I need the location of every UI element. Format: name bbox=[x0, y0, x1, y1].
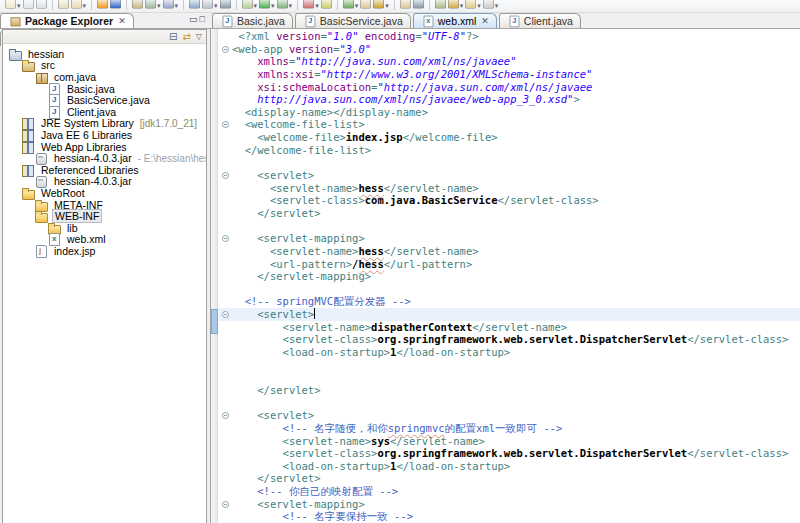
new-web-component-icon[interactable] bbox=[321, 0, 332, 9]
code-line[interactable]: <display-name></display-name> bbox=[219, 106, 800, 119]
tree-item-meta-inf[interactable]: META-INF bbox=[3, 199, 206, 211]
code-line[interactable] bbox=[219, 156, 800, 169]
tree-item-hessian-4.0.3.jar[interactable]: hessian-4.0.3.jar- E:\hessian\hessian\We… bbox=[3, 152, 206, 164]
code-line[interactable]: <!-- 名字随便，和你springmvc的配置xml一致即可 --> bbox=[219, 422, 800, 435]
code-line[interactable]: xmlns:xsi="http://www.w3.org/2001/XMLSch… bbox=[219, 68, 800, 81]
code-line[interactable]: <servlet-name>sys</servlet-name> bbox=[219, 435, 800, 448]
dropdown-caret-icon[interactable]: ▾ bbox=[355, 2, 359, 10]
refresh-icon[interactable] bbox=[189, 0, 200, 9]
code-line[interactable]: <servlet-mapping> bbox=[219, 232, 800, 245]
dropdown-caret-icon[interactable]: ▾ bbox=[214, 2, 218, 10]
code-line[interactable]: <servlet> bbox=[219, 409, 800, 422]
code-line[interactable]: <servlet> bbox=[219, 308, 800, 321]
code-line[interactable]: <welcome-file>index.jsp</welcome-file> bbox=[219, 131, 800, 144]
dropdown-caret-icon[interactable]: ▾ bbox=[271, 2, 275, 10]
tree-item-client.java[interactable]: Client.java bbox=[3, 106, 206, 118]
code-line[interactable]: <servlet-name>hess</servlet-name> bbox=[219, 245, 800, 258]
mark-occurrences-icon[interactable] bbox=[413, 0, 424, 9]
code-line[interactable]: <url-pattern>/hess</url-pattern> bbox=[219, 258, 800, 271]
dropdown-caret-icon[interactable]: ▾ bbox=[315, 2, 319, 10]
code-line[interactable] bbox=[219, 371, 800, 384]
tree-item-java ee 6 libraries[interactable]: Java EE 6 Libraries bbox=[3, 129, 206, 141]
code-line[interactable] bbox=[219, 359, 800, 372]
editor-tab-basicservice.java[interactable]: BasicService.java bbox=[295, 13, 411, 28]
save-icon[interactable] bbox=[23, 0, 34, 9]
tree-item-web-inf[interactable]: WEB-INF bbox=[3, 210, 206, 222]
code-line[interactable]: <!-- 你自己的映射配置 --> bbox=[219, 485, 800, 498]
code-line[interactable]: <servlet-class>com.java.BasicService</se… bbox=[219, 194, 800, 207]
fold-margin[interactable] bbox=[219, 232, 232, 245]
server-icon[interactable] bbox=[343, 0, 354, 9]
show-whitespace-icon[interactable] bbox=[435, 0, 446, 9]
new-interface-icon[interactable] bbox=[163, 0, 174, 9]
tree-item-hessian-4.0.3.jar[interactable]: hessian-4.0.3.jar bbox=[3, 176, 206, 188]
code-line[interactable]: <!-- 名字要保持一致 --> bbox=[219, 510, 800, 523]
dropdown-caret-icon[interactable]: ▾ bbox=[157, 2, 161, 10]
close-icon[interactable]: ✕ bbox=[481, 16, 489, 26]
code-line[interactable]: xmlns="http://java.sun.com/xml/ns/javaee… bbox=[219, 55, 800, 68]
coverage-icon[interactable] bbox=[303, 0, 314, 9]
fold-collapse-icon[interactable] bbox=[222, 46, 229, 53]
tree-item-basicservice.java[interactable]: BasicService.java bbox=[3, 94, 206, 106]
dropdown-caret-icon[interactable]: ▾ bbox=[83, 2, 87, 10]
back-history-icon[interactable] bbox=[465, 0, 476, 9]
external-tools-icon[interactable] bbox=[242, 0, 253, 9]
debug-last-icon[interactable] bbox=[97, 0, 108, 9]
collapse-all-icon[interactable]: ⊟ bbox=[169, 32, 177, 42]
code-line[interactable] bbox=[219, 220, 800, 233]
code-line[interactable]: </servlet> bbox=[219, 472, 800, 485]
new-class-icon[interactable] bbox=[145, 0, 156, 9]
code-line[interactable]: http://java.sun.com/xml/ns/javaee/web-ap… bbox=[219, 93, 800, 106]
editor-tab-web.xml[interactable]: web.xml✕ bbox=[413, 13, 497, 28]
tree-item-web app libraries[interactable]: Web App Libraries bbox=[3, 141, 206, 153]
dropdown-caret-icon[interactable]: ▾ bbox=[289, 2, 293, 10]
save-all-icon[interactable] bbox=[36, 0, 47, 9]
fold-collapse-icon[interactable] bbox=[222, 121, 229, 128]
open-task-icon[interactable] bbox=[202, 0, 213, 9]
code-line[interactable]: </servlet-mapping> bbox=[219, 270, 800, 283]
code-line[interactable]: <welcome-file-list> bbox=[219, 118, 800, 131]
code-line[interactable]: <servlet-name>hess</servlet-name> bbox=[219, 182, 800, 195]
fold-collapse-icon[interactable] bbox=[222, 311, 229, 318]
dropdown-caret-icon[interactable]: ▾ bbox=[460, 2, 464, 10]
code-line[interactable]: xsi:schemaLocation="http://java.sun.com/… bbox=[219, 81, 800, 94]
palette-icon[interactable] bbox=[400, 0, 411, 9]
print-icon[interactable] bbox=[58, 0, 69, 9]
debug-icon[interactable] bbox=[277, 0, 288, 9]
fold-collapse-icon[interactable] bbox=[222, 501, 229, 508]
dropdown-caret-icon[interactable]: ▾ bbox=[385, 2, 389, 10]
fold-collapse-icon[interactable] bbox=[222, 235, 229, 242]
code-line[interactable]: <servlet-class>org.springframework.web.s… bbox=[219, 333, 800, 346]
code-line[interactable]: <servlet> bbox=[219, 169, 800, 182]
minimize-icon[interactable]: ▭ bbox=[189, 14, 200, 24]
tree-item-referenced libraries[interactable]: Referenced Libraries bbox=[3, 164, 206, 176]
code-line[interactable]: <?xml version="1.0" encoding="UTF-8"?> bbox=[219, 30, 800, 43]
fold-margin[interactable] bbox=[219, 169, 232, 182]
profile-icon[interactable] bbox=[110, 0, 121, 9]
code-line[interactable]: <!-- springMVC配置分发器 --> bbox=[219, 295, 800, 308]
tree-item-lib[interactable]: lib bbox=[3, 222, 206, 234]
link-with-editor-icon[interactable]: ⇄ bbox=[182, 32, 190, 42]
search-icon[interactable] bbox=[220, 0, 231, 9]
code-line[interactable] bbox=[219, 283, 800, 296]
code-line[interactable]: <load-on-startup>1</load-on-startup> bbox=[219, 346, 800, 359]
close-icon[interactable]: ✕ bbox=[118, 16, 126, 26]
forward-history-icon[interactable] bbox=[483, 0, 494, 9]
new-java-project-icon[interactable] bbox=[71, 0, 82, 9]
fold-margin[interactable] bbox=[219, 409, 232, 422]
code-line[interactable]: <servlet-class>org.springframework.web.s… bbox=[219, 447, 800, 460]
maximize-icon[interactable]: □ bbox=[200, 14, 207, 24]
new-wizard-icon[interactable] bbox=[5, 0, 16, 9]
fold-collapse-icon[interactable] bbox=[222, 412, 229, 419]
dropdown-caret-icon[interactable]: ▾ bbox=[495, 2, 499, 10]
code-line[interactable]: </servlet> bbox=[219, 207, 800, 220]
editor-tab-basic.java[interactable]: Basic.java bbox=[212, 13, 293, 28]
editor-tab-client.java[interactable]: Client.java bbox=[499, 13, 581, 28]
new-package-icon[interactable] bbox=[132, 0, 143, 9]
run-icon[interactable] bbox=[259, 0, 270, 9]
snippets-icon[interactable] bbox=[373, 0, 384, 9]
code-line[interactable] bbox=[219, 397, 800, 410]
code-line[interactable]: </servlet> bbox=[219, 384, 800, 397]
tree-item-hessian[interactable]: hessian bbox=[3, 48, 206, 60]
tree-item-index.jsp[interactable]: index.jsp bbox=[3, 245, 206, 257]
